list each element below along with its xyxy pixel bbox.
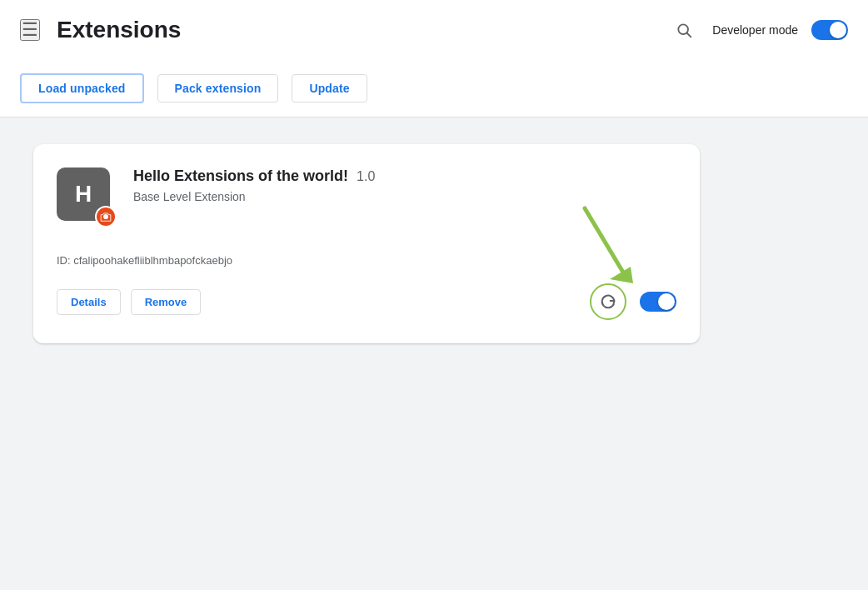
developer-mode-toggle-thumb: [830, 22, 846, 38]
main-content: H Hello Extensions of the world! 1.0: [0, 118, 868, 590]
details-button[interactable]: Details: [57, 289, 121, 315]
extension-id: ID: cfalipoohakefliiblhmbapofckaebjo: [57, 254, 676, 267]
developer-mode-toggle[interactable]: [811, 20, 848, 40]
search-icon: [676, 22, 692, 38]
extension-toggle-thumb: [658, 293, 675, 310]
extensions-page: ☰ Extensions Developer mode Load unpacke…: [0, 0, 868, 590]
page-title: Extensions: [57, 17, 669, 43]
card-top: H Hello Extensions of the world! 1.0: [57, 168, 676, 228]
search-button[interactable]: [669, 15, 699, 45]
extension-info: Hello Extensions of the world! 1.0 Base …: [133, 168, 375, 203]
reload-button[interactable]: [590, 283, 626, 320]
header-right: Developer mode: [669, 15, 848, 45]
extension-name: Hello Extensions of the world!: [133, 168, 348, 185]
card-actions: Details Remove: [57, 289, 201, 315]
extension-title-row: Hello Extensions of the world! 1.0: [133, 168, 375, 185]
svg-marker-5: [610, 267, 633, 283]
extension-description: Base Level Extension: [133, 190, 375, 203]
extension-icon-wrapper: H: [57, 168, 117, 228]
extension-card: H Hello Extensions of the world! 1.0: [33, 144, 700, 343]
header: ☰ Extensions Developer mode: [0, 0, 868, 60]
developer-mode-toggle-track: [811, 20, 848, 40]
pack-extension-button[interactable]: Pack extension: [157, 74, 279, 102]
extension-toggle[interactable]: [640, 292, 676, 312]
badge-icon: [100, 211, 112, 222]
update-button[interactable]: Update: [292, 74, 367, 102]
developer-mode-label: Developer mode: [712, 23, 798, 37]
menu-icon[interactable]: ☰: [20, 19, 40, 41]
svg-line-1: [687, 33, 691, 38]
extension-badge: [95, 206, 117, 228]
card-right-controls: [590, 283, 676, 320]
card-bottom: Details Remove: [57, 283, 676, 320]
remove-button[interactable]: Remove: [131, 289, 202, 315]
toolbar: Load unpacked Pack extension Update: [0, 60, 868, 118]
load-unpacked-button[interactable]: Load unpacked: [20, 73, 144, 103]
extension-version: 1.0: [357, 169, 375, 184]
reload-icon: [599, 292, 617, 311]
